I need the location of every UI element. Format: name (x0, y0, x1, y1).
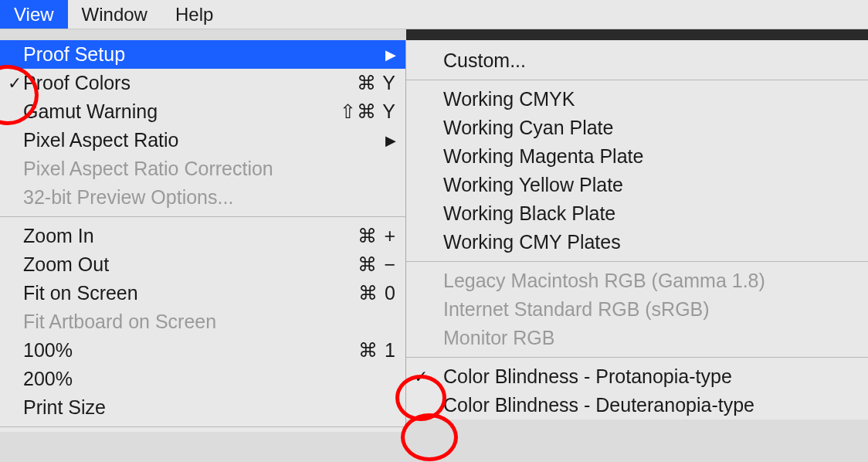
menu-label: Internet Standard RGB (sRGB) (412, 298, 710, 321)
menu-32bit-preview: 32-bit Preview Options... (0, 183, 405, 212)
annotation-circle (401, 413, 458, 461)
shortcut: ⌘ Y (357, 72, 396, 94)
menu-label: Zoom In (23, 225, 94, 247)
menu-separator (406, 261, 868, 262)
submenu-working-cmy[interactable]: Working CMY Plates (406, 228, 868, 256)
menu-proof-setup[interactable]: Proof Setup ▶ (0, 40, 405, 69)
submenu-working-black[interactable]: Working Black Plate (406, 199, 868, 228)
submenu-working-magenta[interactable]: Working Magenta Plate (406, 142, 868, 171)
check-icon: ✓ (6, 73, 23, 93)
submenu-working-cmyk[interactable]: Working CMYK (406, 85, 868, 114)
shortcut: ⇧⌘ Y (340, 100, 396, 123)
submenu-custom[interactable]: Custom... (406, 46, 868, 75)
menu-separator (406, 80, 868, 80)
menu-separator (0, 216, 405, 217)
submenu-arrow-icon: ▶ (378, 46, 396, 63)
menu-label: Fit Artboard on Screen (23, 311, 216, 333)
menu-separator (406, 357, 868, 358)
menubar-window[interactable]: Window (68, 0, 161, 29)
menu-zoom-out[interactable]: Zoom Out ⌘ − (0, 250, 405, 279)
submenu-monitor-rgb: Monitor RGB (406, 324, 868, 352)
view-dropdown: Proof Setup ▶ ✓ Proof Colors ⌘ Y Gamut W… (0, 40, 406, 432)
menu-print-size[interactable]: Print Size (0, 393, 405, 422)
menu-label: Working Black Plate (412, 202, 615, 225)
submenu-cb-deuteranopia[interactable]: Color Blindness - Deuteranopia-type (406, 391, 868, 420)
menu-label: Working Yellow Plate (412, 174, 623, 196)
menu-label: Working CMY Plates (412, 231, 621, 253)
menu-label: Pixel Aspect Ratio (23, 129, 179, 151)
submenu-cb-protanopia[interactable]: ✓ Color Blindness - Protanopia-type (406, 362, 868, 391)
menu-label: Working Magenta Plate (412, 145, 643, 168)
menubar-help[interactable]: Help (161, 0, 227, 29)
menubar-view[interactable]: View (0, 0, 68, 29)
menu-label: Zoom Out (23, 253, 109, 276)
shortcut: ⌘ 0 (358, 282, 396, 304)
submenu-working-yellow[interactable]: Working Yellow Plate (406, 171, 868, 199)
submenu-working-cyan[interactable]: Working Cyan Plate (406, 114, 868, 142)
menubar: View Window Help (0, 0, 868, 29)
menu-label: Pixel Aspect Ratio Correction (23, 158, 273, 180)
menu-100-percent[interactable]: 100% ⌘ 1 (0, 336, 405, 365)
menu-pixel-aspect-correction: Pixel Aspect Ratio Correction (0, 155, 405, 183)
shortcut: ⌘ 1 (358, 339, 396, 362)
menu-label: Proof Setup (23, 43, 125, 66)
shortcut: ⌘ + (358, 225, 396, 247)
menu-label: Color Blindness - Protanopia-type (429, 365, 732, 388)
check-icon: ✓ (412, 367, 429, 387)
menu-gamut-warning[interactable]: Gamut Warning ⇧⌘ Y (0, 97, 405, 126)
menu-label: 100% (23, 339, 73, 362)
menu-label: 200% (23, 368, 73, 390)
window-background (406, 29, 868, 40)
menu-label: Custom... (412, 49, 526, 72)
menu-label: Color Blindness - Deuteranopia-type (429, 394, 754, 416)
menu-separator (0, 426, 405, 427)
menu-pixel-aspect-ratio[interactable]: Pixel Aspect Ratio ▶ (0, 126, 405, 155)
menu-label: Fit on Screen (23, 282, 138, 304)
menu-label: 32-bit Preview Options... (23, 186, 233, 209)
menu-label: Gamut Warning (23, 100, 158, 123)
menu-label: Print Size (23, 396, 106, 419)
menu-label: Proof Colors (23, 72, 131, 94)
shortcut: ⌘ − (358, 253, 396, 276)
menu-proof-colors[interactable]: ✓ Proof Colors ⌘ Y (0, 69, 405, 97)
menu-label: Working Cyan Plate (412, 117, 613, 139)
submenu-arrow-icon: ▶ (378, 132, 396, 149)
submenu-legacy-mac: Legacy Macintosh RGB (Gamma 1.8) (406, 267, 868, 295)
menu-fit-artboard: Fit Artboard on Screen (0, 307, 405, 336)
menu-label: Monitor RGB (412, 327, 554, 349)
menu-200-percent[interactable]: 200% (0, 365, 405, 393)
menu-label: Working CMYK (412, 88, 575, 110)
menu-label: Legacy Macintosh RGB (Gamma 1.8) (412, 270, 765, 292)
submenu-internet-srgb: Internet Standard RGB (sRGB) (406, 295, 868, 324)
menu-zoom-in[interactable]: Zoom In ⌘ + (0, 222, 405, 250)
menu-fit-on-screen[interactable]: Fit on Screen ⌘ 0 (0, 279, 405, 307)
proof-setup-submenu: Custom... Working CMYK Working Cyan Plat… (406, 40, 868, 420)
